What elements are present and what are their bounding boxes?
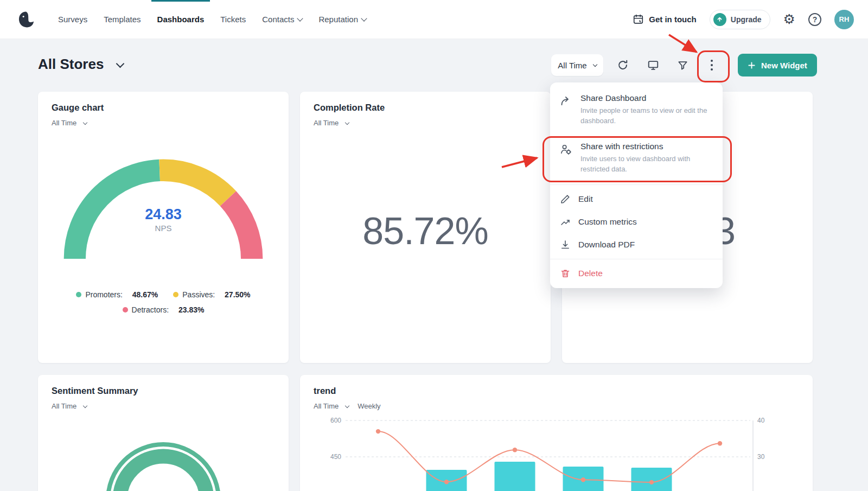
menu-item-download-pdf[interactable]: Download PDF <box>550 233 723 256</box>
widget-title: Gauge chart <box>52 103 104 113</box>
y-axis-right-tick: 30 <box>757 453 765 461</box>
calendar-clock-icon <box>633 14 644 25</box>
widget-time-filter[interactable]: All Time <box>314 119 349 127</box>
nav-item-surveys[interactable]: Surveys <box>50 0 95 39</box>
widget-title: trend <box>314 386 336 396</box>
detractors-dot-icon <box>123 307 128 313</box>
menu-item-share-with-restrictions[interactable]: Share with restrictions Invite users to … <box>550 134 723 182</box>
upgrade-arrow-icon <box>713 13 726 26</box>
nav-item-templates[interactable]: Templates <box>95 0 149 39</box>
passives-dot-icon <box>173 292 178 297</box>
filter-funnel-icon <box>677 60 688 71</box>
refresh-button[interactable] <box>612 54 634 76</box>
menu-item-custom-metrics[interactable]: Custom metrics <box>550 211 723 233</box>
y-axis-left-tick: 600 <box>330 417 341 424</box>
page-title: All Stores <box>38 56 104 73</box>
topbar-right-cluster: Get in touch Upgrade ⚙ ? RH <box>633 10 854 29</box>
widget-time-filter[interactable]: All Time <box>52 119 87 127</box>
app-logo-icon[interactable] <box>16 10 36 29</box>
monitor-icon <box>647 59 659 71</box>
top-nav-bar: Surveys Templates Dashboards Tickets Con… <box>0 0 868 39</box>
trend-chart-widget: trend All Time Weekly 600 450 40 30 <box>300 375 813 491</box>
legend-promoters: Promoters: 48.67% <box>76 290 158 299</box>
share-forward-icon <box>560 93 573 126</box>
user-gear-icon <box>560 142 573 175</box>
period-label: Weekly <box>358 402 380 410</box>
chevron-down-icon <box>361 15 367 21</box>
dashboard-options-menu: Share Dashboard Invite people or teams t… <box>550 82 723 288</box>
menu-item-delete[interactable]: Delete <box>550 262 723 285</box>
download-icon <box>560 239 571 250</box>
legend-detractors: Detractors: 23.83% <box>123 305 205 314</box>
y-axis-right-tick: 40 <box>757 417 765 424</box>
menu-item-share-dashboard[interactable]: Share Dashboard Invite people or teams t… <box>550 86 723 134</box>
chevron-down-icon <box>345 120 349 124</box>
primary-nav: Surveys Templates Dashboards Tickets Con… <box>50 0 374 39</box>
bar-series <box>426 462 672 491</box>
help-icon[interactable]: ? <box>808 13 821 26</box>
chevron-down-icon <box>592 62 597 67</box>
nav-item-dashboards[interactable]: Dashboards <box>149 0 213 39</box>
menu-divider <box>550 259 723 259</box>
chevron-down-icon <box>345 403 349 407</box>
dashboard-page: Surveys Templates Dashboards Tickets Con… <box>0 0 868 491</box>
trend-combo-chart: 600 450 40 30 <box>322 414 788 491</box>
sentiment-donut-chart <box>38 375 289 491</box>
gauge-legend-row: Promoters: 48.67% Passives: 27.50% <box>38 290 289 299</box>
menu-item-edit[interactable]: Edit <box>550 188 723 211</box>
trending-up-icon <box>560 216 571 227</box>
upgrade-button[interactable]: Upgrade <box>710 10 770 29</box>
settings-gear-icon[interactable]: ⚙ <box>783 12 795 26</box>
widget-time-filter[interactable]: All Time <box>314 402 349 410</box>
nav-item-reputation[interactable]: Reputation <box>310 0 374 39</box>
tv-mode-button[interactable] <box>642 54 664 76</box>
promoters-dot-icon <box>76 292 81 297</box>
chevron-down-icon <box>116 59 125 68</box>
legend-passives: Passives: 27.50% <box>173 290 250 299</box>
completion-rate-widget: Completion Rate All Time 85.72% <box>300 92 551 363</box>
sentiment-summary-widget: Sentiment Summary All Time <box>38 375 289 491</box>
pencil-icon <box>560 194 571 205</box>
more-options-kebab-button[interactable] <box>701 54 723 76</box>
nav-item-tickets[interactable]: Tickets <box>212 0 254 39</box>
kebab-icon <box>711 60 713 71</box>
trash-icon <box>560 268 571 279</box>
filter-button[interactable] <box>672 54 693 76</box>
nps-value: 24.83 <box>38 206 289 223</box>
chevron-down-icon <box>297 15 303 21</box>
dashboard-title-dropdown[interactable]: All Stores <box>38 56 123 73</box>
get-in-touch-button[interactable]: Get in touch <box>633 14 697 25</box>
gauge-legend-row: Detractors: 23.83% <box>38 305 289 314</box>
global-time-filter[interactable]: All Time <box>551 54 603 76</box>
chevron-down-icon <box>83 120 87 124</box>
widget-title: Completion Rate <box>314 103 385 113</box>
y-axis-left-tick: 450 <box>330 453 341 461</box>
gauge-chart-widget: Gauge chart All Time 24.83 NPS Promoters… <box>38 92 289 363</box>
nps-label: NPS <box>38 224 289 233</box>
menu-divider <box>550 184 723 185</box>
completion-rate-value: 85.72% <box>300 212 551 250</box>
refresh-icon <box>617 59 629 71</box>
new-widget-button[interactable]: New Widget <box>738 54 817 76</box>
user-avatar[interactable]: RH <box>834 10 854 29</box>
nav-item-contacts[interactable]: Contacts <box>254 0 310 39</box>
plus-icon <box>748 61 756 69</box>
